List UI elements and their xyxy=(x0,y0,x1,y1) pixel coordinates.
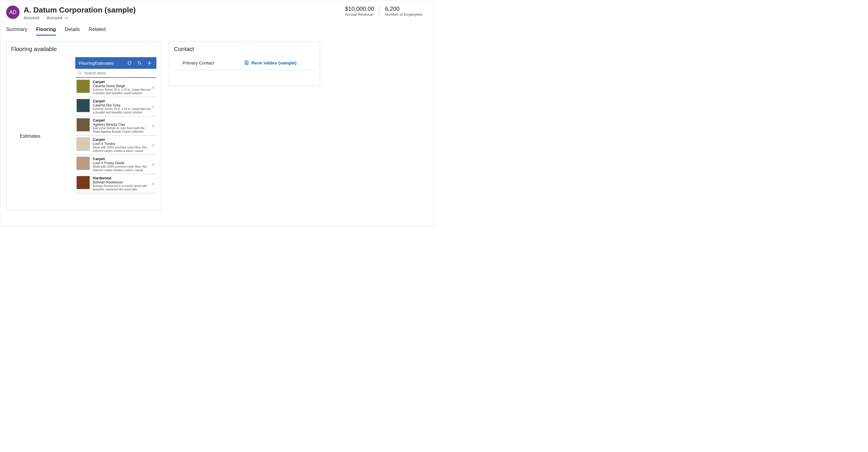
estimates-label: Estimates xyxy=(11,57,72,193)
tab-summary[interactable]: Summary xyxy=(6,27,27,36)
chevron-right-icon: › xyxy=(151,142,155,148)
tab-details[interactable]: Details xyxy=(65,27,80,36)
item-category: Carpet xyxy=(93,137,151,142)
contact-icon xyxy=(244,60,249,65)
list-item[interactable]: CarpetAgeless Beauty ClayAdd some fashio… xyxy=(75,116,156,136)
form-selector[interactable]: Account xyxy=(46,15,67,20)
chevron-right-icon: › xyxy=(151,123,155,129)
item-category: Carpet xyxy=(93,118,151,123)
chevron-down-icon xyxy=(64,15,68,19)
list-item[interactable]: CarpetLush II Frosty GladeMade with 100%… xyxy=(75,155,156,174)
annual-revenue-label: Annual Revenue xyxy=(345,12,374,17)
item-name: Lush II Tundra xyxy=(93,142,151,146)
item-description: Extreme Series 18 in. x 18 in. carpet ti… xyxy=(93,107,151,114)
sort-icon[interactable] xyxy=(136,60,143,66)
item-description: Add some fashion to your floors with the… xyxy=(93,127,151,134)
item-category: Carpet xyxy=(93,99,151,103)
item-category: Hardwood xyxy=(93,176,151,180)
item-category: Carpet xyxy=(93,79,151,84)
employees-value: 6,200 xyxy=(385,5,423,12)
primary-contact-link[interactable]: Rene Valdes (sample) xyxy=(244,60,297,65)
item-description: Extreme Series 18 in. x 18 in. carpet ti… xyxy=(93,88,151,95)
svg-point-2 xyxy=(246,62,247,63)
swatch xyxy=(76,79,90,93)
item-name: Caserta Stone Beige xyxy=(93,84,151,88)
swatch xyxy=(76,137,90,151)
contact-section: Contact Primary Contact Rene Valdes (sam… xyxy=(169,41,320,86)
annual-revenue-value: $10,000.00 xyxy=(345,5,374,12)
svg-point-0 xyxy=(78,71,81,74)
avatar: AD xyxy=(6,5,20,19)
employees-label: Number of Employees xyxy=(385,12,423,17)
refresh-icon[interactable] xyxy=(126,60,133,66)
page-title: A. Datum Corporation (sample) xyxy=(24,5,340,14)
swatch xyxy=(76,157,90,170)
item-name: Caserta Sky Grey xyxy=(93,103,151,107)
tab-related[interactable]: Related xyxy=(89,27,106,36)
swatch xyxy=(76,176,90,189)
primary-contact-label: Primary Contact xyxy=(183,60,244,65)
list-item[interactable]: HardwoodBolivian RosewoodBolivian Rosewo… xyxy=(75,174,156,193)
list-item[interactable]: CarpetLush II TundraMade with 100% premi… xyxy=(75,136,156,155)
swatch xyxy=(76,99,90,112)
flooring-section-title: Flooring available xyxy=(11,46,156,53)
contact-section-title: Contact xyxy=(174,46,315,53)
item-category: Carpet xyxy=(93,157,151,161)
add-icon[interactable] xyxy=(146,60,153,66)
tab-flooring[interactable]: Flooring xyxy=(36,27,56,36)
item-name: Ageless Beauty Clay xyxy=(93,123,151,127)
search-input[interactable] xyxy=(84,71,154,75)
chevron-right-icon: › xyxy=(151,161,155,167)
gallery-title: FlooringEstimates xyxy=(79,61,123,66)
entity-type: Account xyxy=(24,15,39,20)
item-name: Bolivian Rosewood xyxy=(93,180,151,184)
item-description: Bolivian Rosewood is an exotic wood with… xyxy=(93,184,151,191)
search-icon xyxy=(78,71,82,75)
swatch xyxy=(76,118,90,131)
chevron-right-icon: › xyxy=(151,84,155,90)
item-description: Made with 100% premium nylon fiber, this… xyxy=(93,165,151,172)
item-name: Lush II Frosty Glade xyxy=(93,161,151,165)
list-item[interactable]: CarpetCaserta Stone BeigeExtreme Series … xyxy=(75,78,156,97)
flooring-section: Flooring available Estimates FlooringEst… xyxy=(6,41,161,211)
chevron-right-icon: › xyxy=(151,181,155,187)
list-item[interactable]: CarpetCaserta Sky GreyExtreme Series 18 … xyxy=(75,97,156,116)
chevron-right-icon: › xyxy=(151,103,155,110)
item-description: Made with 100% premium nylon fiber, this… xyxy=(93,146,151,153)
